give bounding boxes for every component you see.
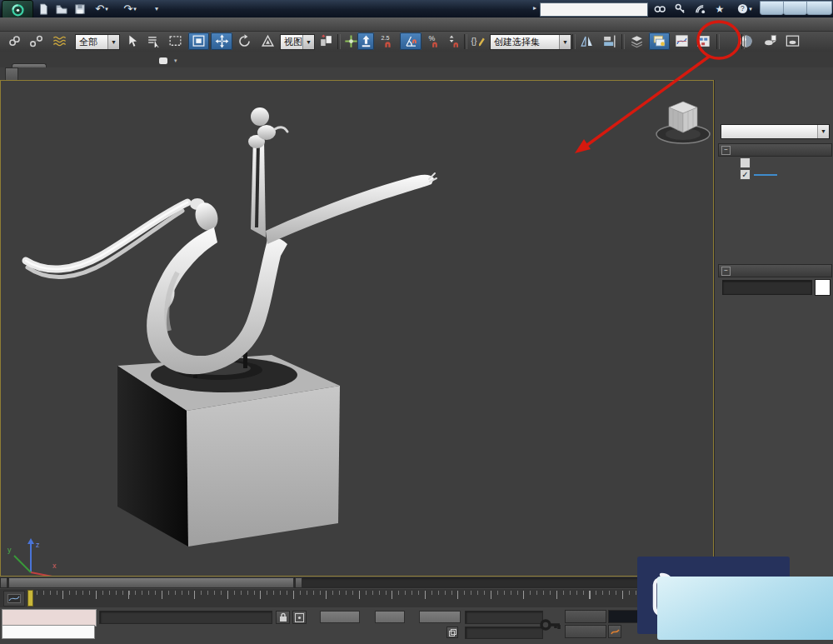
snaps-toggle-icon: 2.5 — [380, 33, 396, 49]
statue-figure[interactable] — [26, 107, 436, 374]
reference-coordinate-system-dropdown[interactable]: 视图▼ — [280, 34, 315, 50]
maximize-button[interactable] — [783, 1, 807, 15]
schematic-view-icon — [696, 33, 711, 49]
start-new-shape-row[interactable]: ✓ — [740, 169, 777, 180]
quick-access-options-button[interactable]: ▾ — [148, 2, 165, 16]
minimize-button[interactable] — [760, 1, 784, 15]
maxscript-listener-line[interactable] — [2, 625, 95, 639]
new-file-icon — [37, 3, 49, 15]
layer-manager-button[interactable] — [626, 32, 646, 50]
key-filters-icon-button[interactable] — [608, 625, 621, 638]
z-coordinate-field[interactable] — [419, 611, 461, 623]
keyboard-shortcut-override-button[interactable] — [357, 32, 374, 50]
ribbon-options-button[interactable]: ▾ — [158, 57, 177, 65]
save-file-button[interactable] — [72, 2, 88, 16]
absolute-offset-mode-toggle[interactable] — [292, 611, 307, 624]
bind-to-space-warp-button[interactable] — [48, 32, 70, 50]
start-new-shape-button[interactable] — [754, 174, 777, 176]
use-pivot-point-center-button[interactable] — [317, 32, 335, 50]
svg-text:y: y — [7, 546, 12, 554]
menu-bar — [0, 17, 833, 32]
communication-center-icon[interactable] — [691, 2, 708, 16]
svg-text:?: ? — [741, 4, 745, 12]
auto-key-button[interactable] — [565, 610, 606, 623]
render-setup-button[interactable] — [761, 32, 780, 50]
app-menu-button[interactable] — [2, 0, 33, 19]
3dsmax-window: ↶▾ ↷▾ ▾ ▸ ★ ? ▾ 全部▼视图▼2.5%{}创建选择集▼ — [0, 0, 833, 644]
close-button[interactable] — [806, 1, 832, 15]
snaps-toggle-button[interactable]: 2.5 — [377, 32, 398, 50]
new-file-button[interactable] — [35, 2, 52, 16]
object-color-swatch[interactable] — [815, 279, 831, 296]
help-icon[interactable]: ? ▾ — [736, 2, 753, 16]
add-time-tag-field[interactable] — [465, 627, 543, 639]
x-coordinate-field[interactable] — [320, 611, 360, 623]
svg-text:z: z — [36, 541, 40, 549]
object-type-rollout-header[interactable]: − — [718, 143, 832, 157]
selection-filter-dropdown[interactable]: 全部▼ — [75, 34, 120, 50]
search-expand-icon[interactable]: ▸ — [533, 4, 536, 12]
select-and-move-button[interactable] — [211, 32, 232, 50]
select-by-name-icon — [146, 33, 162, 49]
rectangular-selection-region-button[interactable] — [165, 32, 185, 50]
current-frame-marker[interactable] — [27, 590, 33, 607]
viewport[interactable]: z x y — [0, 80, 714, 577]
start-new-shape-checkbox[interactable]: ✓ — [740, 169, 751, 180]
select-and-scale-button[interactable] — [257, 32, 278, 50]
curve-editor-button[interactable] — [671, 32, 691, 50]
grid-size-field — [465, 611, 543, 624]
open-file-button[interactable] — [53, 2, 70, 16]
polygon-modeling-panel-tab[interactable] — [5, 67, 18, 80]
schematic-view-button[interactable] — [693, 32, 714, 50]
unlink-selection-button[interactable] — [27, 32, 46, 50]
select-object-button[interactable] — [122, 32, 141, 50]
search-input[interactable] — [541, 5, 647, 14]
subscription-icon[interactable] — [671, 2, 688, 16]
search-icon[interactable] — [651, 2, 668, 16]
undo-button[interactable]: ↶▾ — [93, 2, 110, 16]
window-crossing-button[interactable] — [188, 32, 209, 50]
collapse-icon: − — [721, 267, 731, 276]
open-mini-curve-editor-button[interactable] — [3, 591, 25, 607]
watermark-banner — [657, 577, 833, 640]
spinner-snap-button[interactable] — [445, 32, 461, 50]
named-selection-set-dropdown[interactable]: 创建选择集▼ — [490, 34, 571, 50]
trackbar-major-ticks — [30, 591, 710, 599]
mirror-button[interactable] — [576, 32, 596, 50]
dropdown-caret-icon: ▼ — [817, 125, 829, 138]
shape-type-dropdown[interactable]: ▼ — [721, 124, 830, 139]
percent-snap-button[interactable]: % — [424, 32, 444, 50]
autogrid-row[interactable] — [740, 157, 754, 168]
maxscript-mini-listener[interactable] — [2, 609, 97, 627]
graphite-ribbon-toggle-button[interactable] — [649, 32, 670, 50]
select-and-rotate-icon — [237, 33, 252, 49]
next-frame-button[interactable] — [295, 577, 302, 588]
time-slider-handle[interactable] — [8, 577, 294, 588]
edit-named-selection-sets-button[interactable]: {} — [468, 32, 486, 50]
angle-snap-button[interactable] — [400, 32, 421, 50]
view-cube[interactable] — [649, 94, 717, 149]
object-name-input[interactable] — [722, 280, 812, 295]
y-coordinate-field[interactable] — [375, 611, 405, 623]
name-color-rollout-header[interactable]: − — [718, 264, 832, 277]
material-editor-button[interactable] — [738, 32, 754, 50]
ribbon-minimize-icon — [158, 57, 172, 65]
previous-frame-button[interactable] — [0, 577, 7, 588]
align-icon — [601, 33, 617, 49]
ribbon-tab-row: ▾ — [0, 52, 833, 67]
set-key-button[interactable] — [565, 625, 606, 638]
select-and-link-button[interactable] — [5, 32, 24, 50]
select-by-name-button[interactable] — [143, 32, 163, 50]
align-button[interactable] — [599, 32, 619, 50]
graphite-ribbon-toggle-icon — [651, 33, 667, 49]
save-file-icon — [74, 3, 86, 15]
select-and-rotate-button[interactable] — [234, 32, 255, 50]
favorites-star-icon[interactable]: ★ — [711, 2, 728, 16]
autogrid-checkbox[interactable] — [740, 157, 751, 168]
selection-lock-toggle[interactable] — [276, 611, 290, 624]
track-bar[interactable] — [0, 589, 714, 608]
redo-button[interactable]: ↷▾ — [122, 2, 138, 16]
rendered-frame-window-button[interactable] — [782, 32, 803, 50]
open-file-icon — [56, 3, 67, 15]
stack-icon — [449, 629, 456, 637]
